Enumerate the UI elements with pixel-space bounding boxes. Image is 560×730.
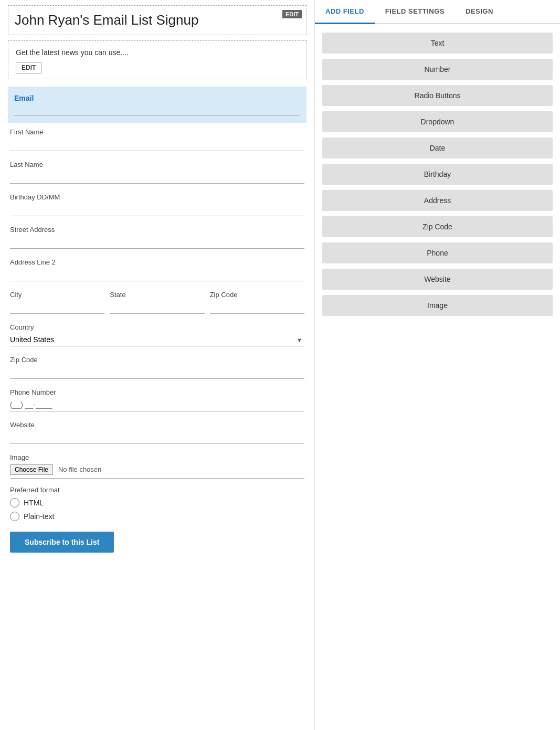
address2-input[interactable] bbox=[10, 268, 304, 281]
email-input[interactable] bbox=[14, 102, 300, 115]
zip-field: Zip Code bbox=[8, 356, 307, 379]
page-title: John Ryan's Email List Signup bbox=[15, 12, 274, 28]
phone-input[interactable] bbox=[10, 398, 304, 411]
country-label: Country bbox=[10, 323, 304, 331]
zip-col-label: Zip Code bbox=[210, 291, 304, 299]
state-col: State bbox=[110, 291, 204, 314]
first-name-label: First Name bbox=[10, 128, 304, 136]
image-field: Image Choose File No file chosen bbox=[8, 453, 307, 479]
add-dropdown-button[interactable]: Dropdown bbox=[322, 111, 553, 132]
city-label: City bbox=[10, 291, 104, 299]
preferred-format-section: Preferred format HTML Plain-text bbox=[8, 486, 307, 521]
file-input-wrapper: Choose File No file chosen bbox=[10, 464, 304, 479]
plain-text-option-row: Plain-text bbox=[10, 512, 304, 521]
plain-text-option-label: Plain-text bbox=[24, 512, 54, 521]
email-label: Email bbox=[14, 94, 300, 102]
title-edit-badge[interactable]: EDIT bbox=[282, 10, 302, 18]
description-text: Get the latest news you can use.... bbox=[16, 48, 299, 57]
add-text-button[interactable]: Text bbox=[322, 33, 553, 54]
phone-field: Phone Number bbox=[8, 388, 307, 411]
website-input[interactable] bbox=[10, 431, 304, 444]
choose-file-button[interactable]: Choose File bbox=[10, 464, 53, 475]
zip-col-input[interactable] bbox=[210, 301, 304, 314]
no-file-text: No file chosen bbox=[58, 465, 101, 473]
zip-col: Zip Code bbox=[210, 291, 304, 314]
page-title-wrapper: John Ryan's Email List Signup EDIT bbox=[8, 5, 307, 35]
field-buttons-list: Text Number Radio Buttons Dropdown Date … bbox=[315, 24, 560, 324]
zip-label: Zip Code bbox=[10, 356, 304, 364]
street-label: Street Address bbox=[10, 226, 304, 234]
add-number-button[interactable]: Number bbox=[322, 59, 553, 80]
birthday-label: Birthday DD/MM bbox=[10, 193, 304, 201]
zip-input[interactable] bbox=[10, 366, 304, 379]
left-panel: John Ryan's Email List Signup EDIT Get t… bbox=[0, 0, 315, 730]
add-address-button[interactable]: Address bbox=[322, 190, 553, 211]
description-edit-button[interactable]: EDIT bbox=[16, 62, 41, 73]
country-select[interactable]: United States Canada United Kingdom Aust… bbox=[10, 333, 304, 346]
add-image-button[interactable]: Image bbox=[322, 295, 553, 316]
first-name-field: First Name bbox=[8, 128, 307, 151]
website-field: Website bbox=[8, 421, 307, 444]
last-name-input[interactable] bbox=[10, 171, 304, 184]
state-label: State bbox=[110, 291, 204, 299]
country-wrapper: United States Canada United Kingdom Aust… bbox=[10, 333, 304, 346]
right-panel: ADD FIELD FIELD SETTINGS DESIGN Text Num… bbox=[315, 0, 560, 730]
tabs-header: ADD FIELD FIELD SETTINGS DESIGN bbox=[315, 0, 560, 24]
street-field: Street Address bbox=[8, 226, 307, 249]
html-option-row: HTML bbox=[10, 498, 304, 507]
html-radio[interactable] bbox=[10, 498, 19, 507]
first-name-input[interactable] bbox=[10, 138, 304, 151]
description-box: Get the latest news you can use.... EDIT bbox=[8, 40, 307, 79]
tab-design[interactable]: DESIGN bbox=[455, 0, 504, 23]
tab-add-field[interactable]: ADD FIELD bbox=[315, 0, 375, 24]
subscribe-button[interactable]: Subscribe to this List bbox=[10, 532, 114, 553]
image-label: Image bbox=[10, 453, 304, 461]
add-date-button[interactable]: Date bbox=[322, 137, 553, 158]
birthday-input[interactable] bbox=[10, 203, 304, 216]
add-website-button[interactable]: Website bbox=[322, 269, 553, 290]
street-input[interactable] bbox=[10, 236, 304, 249]
plain-text-radio[interactable] bbox=[10, 512, 19, 521]
email-field-row: Email bbox=[8, 87, 307, 123]
tab-field-settings[interactable]: FIELD SETTINGS bbox=[375, 0, 455, 23]
birthday-field: Birthday DD/MM bbox=[8, 193, 307, 216]
address2-label: Address Line 2 bbox=[10, 258, 304, 266]
state-input[interactable] bbox=[110, 301, 204, 314]
add-radio-buttons-button[interactable]: Radio Buttons bbox=[322, 85, 553, 106]
preferred-format-label: Preferred format bbox=[10, 486, 304, 494]
add-birthday-button[interactable]: Birthday bbox=[322, 164, 553, 185]
city-input[interactable] bbox=[10, 301, 104, 314]
html-option-label: HTML bbox=[24, 499, 44, 507]
phone-label: Phone Number bbox=[10, 388, 304, 396]
add-phone-button[interactable]: Phone bbox=[322, 242, 553, 263]
city-col: City bbox=[10, 291, 104, 314]
address2-field: Address Line 2 bbox=[8, 258, 307, 281]
last-name-label: Last Name bbox=[10, 161, 304, 168]
website-label: Website bbox=[10, 421, 304, 429]
city-state-zip-row: City State Zip Code bbox=[8, 291, 307, 314]
add-zip-code-button[interactable]: Zip Code bbox=[322, 216, 553, 237]
last-name-field: Last Name bbox=[8, 161, 307, 184]
country-field: Country United States Canada United King… bbox=[8, 323, 307, 346]
